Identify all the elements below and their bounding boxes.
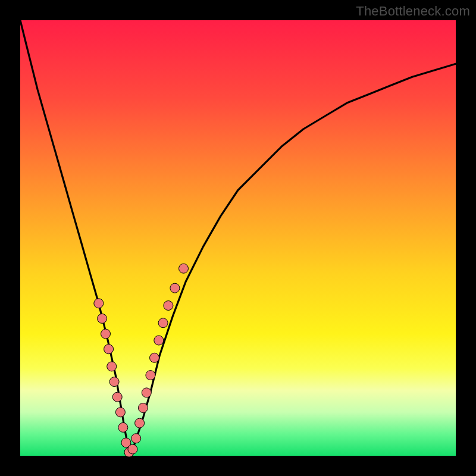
data-marker: [170, 283, 180, 293]
data-marker: [107, 362, 117, 371]
data-marker: [94, 299, 104, 308]
chart-svg: [20, 20, 456, 456]
chart-frame: TheBottleneck.com: [0, 0, 476, 476]
plot-area: [20, 20, 456, 456]
data-marker: [112, 392, 122, 402]
data-marker: [115, 408, 125, 417]
bottleneck-curve: [20, 20, 456, 452]
data-marker: [179, 264, 189, 273]
data-marker: [101, 329, 111, 339]
data-marker: [118, 422, 128, 432]
data-marker: [164, 301, 173, 311]
data-marker: [109, 377, 119, 387]
data-marker: [158, 318, 168, 328]
data-marker: [154, 336, 164, 345]
data-marker: [142, 388, 151, 397]
data-marker: [131, 434, 141, 443]
data-marker: [146, 371, 155, 380]
data-marker: [128, 444, 137, 454]
data-marker: [98, 314, 107, 323]
data-marker: [104, 345, 114, 354]
watermark-text: TheBottleneck.com: [356, 4, 470, 19]
data-marker: [135, 418, 145, 428]
data-marker: [138, 403, 148, 413]
data-marker: [150, 353, 159, 362]
